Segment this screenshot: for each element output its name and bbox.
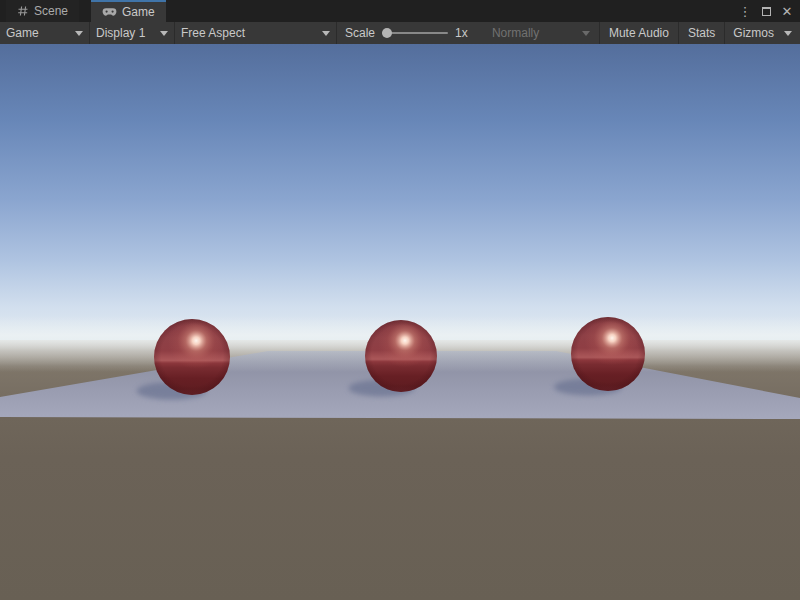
scale-slider-handle[interactable] — [382, 28, 392, 38]
toolbar-spacer — [476, 22, 486, 44]
grid-icon — [17, 5, 29, 17]
game-mode-dropdown-label: Game — [6, 26, 39, 40]
chevron-down-icon — [784, 31, 792, 36]
rendered-scene — [0, 44, 800, 600]
window-controls: ⋮ ✕ — [738, 0, 800, 22]
scale-control: Scale 1x — [337, 22, 476, 44]
maximize-icon[interactable] — [759, 3, 773, 19]
display-dropdown-label: Display 1 — [96, 26, 145, 40]
scale-label: Scale — [345, 26, 375, 40]
play-mode-dropdown-label: Normally — [492, 26, 539, 40]
scale-value: 1x — [455, 26, 468, 40]
gizmos-dropdown[interactable]: Gizmos — [725, 22, 800, 44]
chevron-down-icon — [582, 31, 590, 36]
play-mode-dropdown: Normally — [486, 22, 596, 44]
display-dropdown[interactable]: Display 1 — [90, 22, 174, 44]
chevron-down-icon — [75, 31, 83, 36]
sky — [0, 44, 800, 354]
scale-slider[interactable] — [382, 22, 448, 44]
aspect-ratio-dropdown-label: Free Aspect — [181, 26, 245, 40]
gizmos-dropdown-label: Gizmos — [733, 26, 774, 40]
sphere-rim — [154, 319, 230, 395]
tab-strip: Scene Game ⋮ ✕ — [0, 0, 800, 22]
stats-button-label: Stats — [688, 26, 715, 40]
game-viewport[interactable] — [0, 44, 800, 600]
close-icon[interactable]: ✕ — [780, 3, 794, 19]
tab-game[interactable]: Game — [91, 0, 166, 22]
game-view-toolbar: Game Display 1 Free Aspect Scale 1x Norm… — [0, 22, 800, 44]
gamepad-icon — [102, 7, 117, 17]
stats-button[interactable]: Stats — [679, 22, 724, 44]
mute-audio-button[interactable]: Mute Audio — [600, 22, 678, 44]
tab-game-label: Game — [122, 5, 155, 19]
chevron-down-icon — [322, 31, 330, 36]
aspect-ratio-dropdown[interactable]: Free Aspect — [175, 22, 336, 44]
chevron-down-icon — [160, 31, 168, 36]
sphere-rim — [571, 317, 645, 391]
game-mode-dropdown[interactable]: Game — [0, 22, 89, 44]
unity-game-window: Scene Game ⋮ ✕ Game Display 1 — [0, 0, 800, 600]
tab-scene-label: Scene — [34, 4, 68, 18]
tabbar-spacer — [166, 0, 738, 22]
tab-scene[interactable]: Scene — [6, 0, 79, 22]
kebab-menu-icon[interactable]: ⋮ — [738, 3, 752, 19]
sphere-rim — [365, 320, 437, 392]
mute-audio-button-label: Mute Audio — [609, 26, 669, 40]
